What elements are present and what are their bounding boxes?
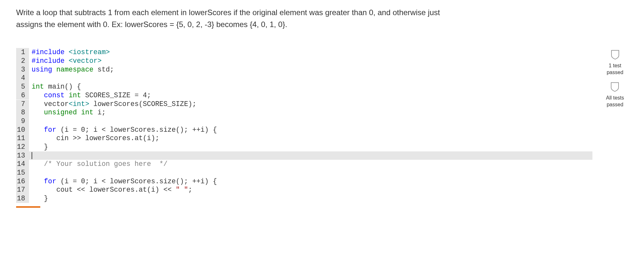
status-panel: 1 test passed All tests passed bbox=[602, 48, 628, 207]
line-number: 9 bbox=[16, 117, 29, 126]
code-content[interactable]: using namespace std; bbox=[29, 65, 114, 74]
code-line[interactable]: 2#include <vector> bbox=[16, 57, 592, 65]
prompt-line-1: Write a loop that subtracts 1 from each … bbox=[16, 8, 440, 17]
code-content[interactable]: cin >> lowerScores.at(i); bbox=[29, 134, 159, 143]
code-line[interactable]: 13 bbox=[16, 151, 592, 160]
line-number: 14 bbox=[16, 160, 29, 168]
status-one-test-label: 1 test passed bbox=[607, 62, 623, 76]
code-content[interactable]: for (i = 0; i < lowerScores.size(); ++i)… bbox=[29, 177, 217, 186]
code-line[interactable]: 12 } bbox=[16, 143, 592, 151]
shield-icon bbox=[610, 50, 620, 61]
main-container: Write a loop that subtracts 1 from each … bbox=[0, 0, 644, 214]
code-line[interactable]: 3using namespace std; bbox=[16, 65, 592, 74]
cursor bbox=[32, 152, 32, 159]
code-line[interactable]: 9 bbox=[16, 117, 592, 126]
code-line[interactable]: 4 bbox=[16, 74, 592, 82]
code-content[interactable]: cout << lowerScores.at(i) << " "; bbox=[29, 186, 192, 194]
code-content[interactable]: /* Your solution goes here */ bbox=[29, 160, 168, 168]
code-line[interactable]: 5int main() { bbox=[16, 82, 592, 91]
orange-indicator bbox=[16, 206, 40, 208]
code-content[interactable]: } bbox=[29, 194, 48, 203]
code-line[interactable]: 15 bbox=[16, 168, 592, 177]
code-line[interactable]: 16 for (i = 0; i < lowerScores.size(); +… bbox=[16, 177, 592, 186]
status-all-tests-label: All tests passed bbox=[606, 95, 624, 108]
line-number: 4 bbox=[16, 74, 29, 82]
prompt-line-2: assigns the element with 0. Ex: lowerSco… bbox=[16, 20, 287, 29]
code-editor[interactable]: 1#include <iostream>2#include <vector>3u… bbox=[16, 48, 592, 203]
code-content[interactable]: for (i = 0; i < lowerScores.size(); ++i)… bbox=[29, 126, 217, 134]
line-number: 12 bbox=[16, 143, 29, 151]
status-one-test: 1 test passed bbox=[607, 50, 623, 76]
code-line[interactable]: 18 } bbox=[16, 194, 592, 203]
line-number: 5 bbox=[16, 82, 29, 91]
line-number: 1 bbox=[16, 48, 29, 57]
code-panel: 1#include <iostream>2#include <vector>3u… bbox=[16, 48, 592, 207]
code-line[interactable]: 7 vector<int> lowerScores(SCORES_SIZE); bbox=[16, 100, 592, 109]
exercise-prompt: Write a loop that subtracts 1 from each … bbox=[16, 6, 628, 30]
code-line[interactable]: 6 const int SCORES_SIZE = 4; bbox=[16, 91, 592, 100]
line-number: 11 bbox=[16, 134, 29, 143]
line-number: 2 bbox=[16, 57, 29, 65]
line-number: 10 bbox=[16, 126, 29, 134]
status-all-tests: All tests passed bbox=[606, 82, 624, 108]
line-number: 18 bbox=[16, 194, 29, 203]
code-line[interactable]: 10 for (i = 0; i < lowerScores.size(); +… bbox=[16, 126, 592, 134]
code-content[interactable]: vector<int> lowerScores(SCORES_SIZE); bbox=[29, 100, 196, 109]
line-number: 8 bbox=[16, 108, 29, 117]
code-content[interactable]: int main() { bbox=[29, 82, 81, 91]
shield-icon bbox=[610, 82, 620, 93]
line-number: 15 bbox=[16, 168, 29, 177]
line-number: 7 bbox=[16, 100, 29, 109]
code-line[interactable]: 1#include <iostream> bbox=[16, 48, 592, 57]
line-number: 16 bbox=[16, 177, 29, 186]
code-content[interactable]: #include <vector> bbox=[29, 57, 102, 65]
code-content[interactable]: } bbox=[29, 143, 48, 151]
code-content[interactable]: const int SCORES_SIZE = 4; bbox=[29, 91, 151, 100]
code-content[interactable]: #include <iostream> bbox=[29, 48, 110, 57]
code-line[interactable]: 14 /* Your solution goes here */ bbox=[16, 160, 592, 168]
line-number: 13 bbox=[16, 151, 29, 160]
line-number: 17 bbox=[16, 186, 29, 194]
code-line[interactable]: 8 unsigned int i; bbox=[16, 108, 592, 117]
code-line[interactable]: 17 cout << lowerScores.at(i) << " "; bbox=[16, 186, 592, 194]
code-content[interactable] bbox=[29, 151, 32, 160]
line-number: 3 bbox=[16, 65, 29, 74]
code-line[interactable]: 11 cin >> lowerScores.at(i); bbox=[16, 134, 592, 143]
main-area: 1#include <iostream>2#include <vector>3u… bbox=[16, 48, 628, 207]
code-content[interactable]: unsigned int i; bbox=[29, 108, 106, 117]
line-number: 6 bbox=[16, 91, 29, 100]
